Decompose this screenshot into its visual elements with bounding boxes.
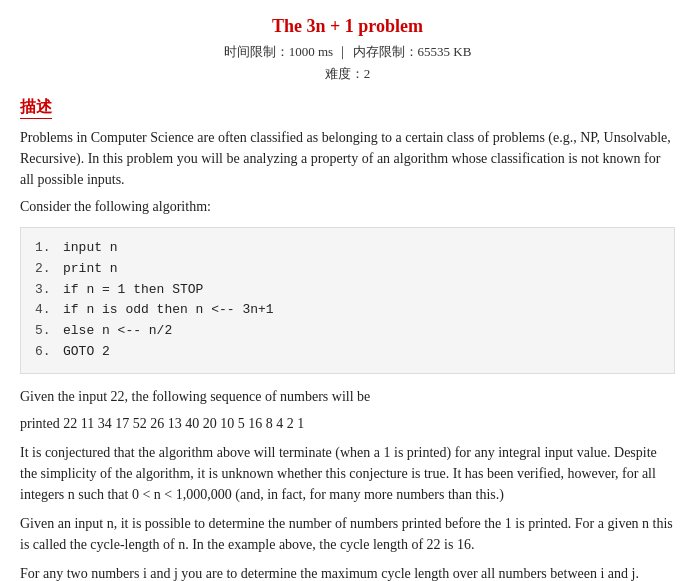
page-title: The 3n + 1 problem [20, 16, 675, 37]
description-block: Problems in Computer Science are often c… [20, 127, 675, 217]
code-line-1: 1. input n [35, 238, 660, 259]
line-num-4: 4. [35, 300, 63, 321]
code-line-6: 6. GOTO 2 [35, 342, 660, 363]
difficulty-info: 难度：2 [20, 65, 675, 83]
line-num-6: 6. [35, 342, 63, 363]
line-num-5: 5. [35, 321, 63, 342]
code-line-3: 3. if n = 1 then STOP [35, 280, 660, 301]
paragraph-5: Given an input n, it is possible to dete… [20, 513, 675, 555]
line-num-3: 3. [35, 280, 63, 301]
code-content-6: GOTO 2 [63, 342, 660, 363]
meta-info: 时间限制：1000 ms ｜ 内存限制：65535 KB [20, 43, 675, 61]
paragraph-3: Given the input 22, the following sequen… [20, 386, 675, 407]
code-content-2: print n [63, 259, 660, 280]
line-num-2: 2. [35, 259, 63, 280]
paragraph-1: Problems in Computer Science are often c… [20, 127, 675, 190]
paragraph-4: It is conjectured that the algorithm abo… [20, 442, 675, 505]
section-label: 描述 [20, 97, 52, 119]
code-line-5: 5. else n <-- n/2 [35, 321, 660, 342]
paragraph-6: For any two numbers i and j you are to d… [20, 563, 675, 581]
code-content-5: else n <-- n/2 [63, 321, 660, 342]
sequence-line: printed 22 11 34 17 52 26 13 40 20 10 5 … [20, 413, 675, 434]
code-line-4: 4. if n is odd then n <-- 3n+1 [35, 300, 660, 321]
line-num-1: 1. [35, 238, 63, 259]
code-content-1: input n [63, 238, 660, 259]
code-line-2: 2. print n [35, 259, 660, 280]
after-code: Given the input 22, the following sequen… [20, 386, 675, 581]
code-block: 1. input n 2. print n 3. if n = 1 then S… [20, 227, 675, 374]
paragraph-2: Consider the following algorithm: [20, 196, 675, 217]
code-content-3: if n = 1 then STOP [63, 280, 660, 301]
code-content-4: if n is odd then n <-- 3n+1 [63, 300, 660, 321]
